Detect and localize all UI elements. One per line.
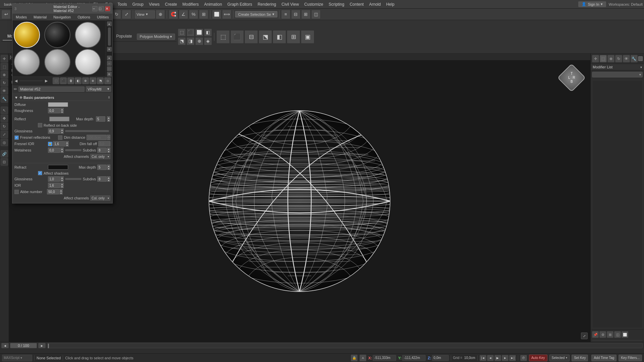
transform-lock-btn[interactable]: 🔒 [351,355,358,361]
me-titlebar[interactable]: 3 Material Editor - Material #52 − □ ✕ [12,4,112,14]
scale-button[interactable]: ⤢ [122,10,131,19]
timeline-back-btn[interactable]: ◄ [1,343,9,348]
menu-arnold[interactable]: Arnold [366,1,383,8]
section-collapse-icon[interactable]: ▼ [14,96,18,100]
affect-shadows-checkbox[interactable]: ✓ [38,171,42,175]
x-input[interactable]: -511,333m [373,355,396,361]
me-nav-6[interactable]: ⊗ [90,77,96,84]
set-key-btn[interactable]: Set Key [572,355,588,361]
mirror-btn[interactable]: ⟺ [222,10,231,19]
refract-affect-dropdown[interactable]: Col. only ▾ [90,195,110,201]
me-menu-utilities[interactable]: Utilities [94,14,112,20]
depth-down[interactable]: ▼ [107,119,110,122]
ribbon-r6[interactable]: ⊞ [287,30,300,44]
abs-rel-btn[interactable]: A [360,355,366,361]
reference-coord-dropdown[interactable]: View ▾ [135,10,155,18]
depth-up[interactable]: ▲ [107,116,110,119]
reflect-swatch[interactable] [49,117,69,121]
pb-prev-frame[interactable]: ◄ [487,355,494,361]
abbe-checkbox[interactable] [14,190,19,194]
menu-civil-view[interactable]: Civil View [279,1,302,8]
ior-input[interactable]: 1,6 [48,183,60,188]
menu-customize[interactable]: Customize [302,1,326,8]
auto-key-btn[interactable]: Auto Key [529,355,547,361]
edit-named-selections[interactable]: ⬜ [212,10,221,19]
me-menu-navigation[interactable]: Navigation [50,14,74,20]
menu-animation[interactable]: Animation [201,1,224,8]
roughness-up[interactable]: ▲ [60,108,64,111]
grid-btn[interactable]: ⊞ [301,10,311,19]
me-nav-1[interactable]: ⬚ [53,77,59,84]
fresnel-checkbox[interactable]: ✓ [14,135,19,140]
ls-create-btn[interactable]: ✛ [1,55,8,62]
metal-down[interactable]: ▼ [60,150,64,153]
me-swatch-4[interactable] [14,49,40,75]
fior-down[interactable]: ▼ [65,144,69,146]
me-nav-3[interactable]: 🗑 [67,77,74,84]
mod-view3-btn[interactable]: ⬜ [622,331,628,338]
me-menu-options[interactable]: Options [74,14,94,20]
ribbon-r4[interactable]: ⬔ [259,30,272,44]
mod-config-btn[interactable]: ⚙ [599,331,606,338]
maxscript-btn[interactable]: MAXScript ▾ [2,355,32,361]
rsub-down[interactable]: ▼ [107,179,110,182]
ribbon-btn-6[interactable]: ◨ [186,37,195,45]
me-rc-6[interactable]: ⊞ [107,72,112,76]
spinner-snap[interactable]: ⊞ [199,10,208,19]
ls-selection-btn[interactable]: ↖ [1,107,8,114]
angle-snap[interactable]: ∠ [179,10,188,19]
undo-button[interactable]: ↩ [1,10,11,19]
dim-dist-checkbox[interactable] [58,135,62,140]
me-menu-material[interactable]: Material [30,14,50,20]
ribbon-btn-5[interactable]: ⬔ [178,37,186,45]
roughness-down[interactable]: ▼ [60,111,64,113]
ls-scale-btn[interactable]: ⤢ [1,131,8,138]
me-scroll-left[interactable]: ◄ [14,78,18,83]
rp-modify-btn[interactable]: ⬚ [600,55,607,62]
key-filters-btn[interactable]: Key Filters... [619,355,642,361]
menu-views[interactable]: Views [146,1,162,8]
z-input[interactable]: 0,0m [432,355,449,361]
refract-gloss-slider[interactable] [65,178,82,180]
subdivs-input[interactable]: 8 [97,147,107,153]
timeline-track[interactable] [47,343,643,348]
metalness-slider[interactable] [65,149,82,151]
ls-bone-btn[interactable]: ⊡ [1,158,8,166]
me-swatch-3[interactable] [75,22,101,48]
me-nav-8[interactable]: ◇ [104,77,111,84]
ribbon-btn-2[interactable]: ⬛ [186,28,195,37]
ribbon-btn-3[interactable]: ⬜ [195,28,203,37]
affect-channels-dropdown[interactable]: Col. only ▾ [90,154,110,159]
abbe-up[interactable]: ▲ [59,189,63,192]
gloss-down[interactable]: ▼ [60,131,64,134]
menu-create[interactable]: Create [162,1,180,8]
fior-up[interactable]: ▲ [65,141,69,144]
ribbon-btn-4[interactable]: ◧ [204,28,212,37]
pb-goto-end[interactable]: ►| [509,355,516,361]
ribbon-btn[interactable]: ⊟ [291,10,301,19]
mod-view2-btn[interactable]: ◫ [614,331,621,338]
me-nav-5[interactable]: ⊕ [82,77,89,84]
rp-tools-btn[interactable]: 🔧 [631,55,638,62]
me-pencil-icon[interactable]: ✏ [14,87,17,92]
sign-in-button[interactable]: 👤 Sign In ▾ [578,1,606,7]
me-rc-3[interactable]: ● [107,56,112,60]
percent-snap[interactable]: % [189,10,198,19]
sub-up[interactable]: ▲ [107,147,110,150]
pb-play[interactable]: ▶ [494,355,501,361]
rotate-button[interactable]: ↻ [112,10,121,19]
ls-hierarchy-btn[interactable]: ⊕ [1,71,8,78]
diffuse-swatch[interactable] [48,102,68,107]
me-rc-4[interactable]: ○ [107,61,112,66]
dim-down[interactable]: ▼ [107,137,110,140]
refract-subdivs-input[interactable]: 8 [97,176,107,182]
me-material-type-dropdown[interactable]: VRayMtl ▾ [86,86,111,92]
me-swatch-1[interactable] [14,22,40,48]
menu-graph-editors[interactable]: Graph Editors [225,1,255,8]
rd-down[interactable]: ▼ [107,167,110,170]
ribbon-r5[interactable]: ◧ [273,30,286,44]
me-nav-4[interactable]: ◧ [75,77,82,84]
timeline-forward-btn[interactable]: ► [38,343,46,348]
ribbon-btn-8[interactable]: ◈ [204,37,212,45]
ribbon-r2[interactable]: ⬛ [230,30,244,44]
